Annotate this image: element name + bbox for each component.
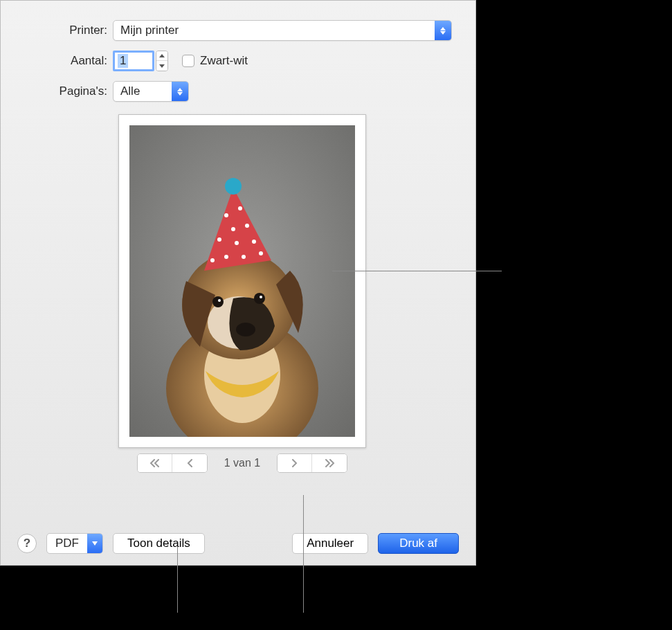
copies-stepper[interactable]: [156, 51, 168, 71]
preview-page: [118, 114, 366, 448]
pdf-label: PDF: [47, 537, 87, 550]
printer-row: Printer: Mijn printer: [1, 20, 475, 41]
prev-page-button[interactable]: [172, 454, 207, 472]
next-page-button[interactable]: [278, 454, 312, 472]
pdf-menu-button[interactable]: PDF: [46, 533, 103, 554]
svg-point-9: [260, 296, 262, 298]
svg-point-18: [224, 255, 228, 259]
svg-point-21: [210, 258, 215, 262]
updown-arrows-icon: [435, 21, 451, 40]
dropdown-arrow-icon: [87, 534, 102, 553]
stepper-up-button[interactable]: [156, 51, 167, 61]
pager-back-group: [137, 453, 208, 473]
preview-area: 1 van 1: [118, 114, 366, 473]
pages-selected-value: Alle: [113, 84, 147, 98]
last-page-button[interactable]: [312, 454, 347, 472]
svg-point-5: [236, 323, 255, 336]
pages-row: Pagina's: Alle: [1, 81, 475, 102]
blackwhite-label: Zwart-wit: [200, 54, 248, 68]
svg-point-22: [225, 178, 242, 195]
copies-input[interactable]: 1: [113, 51, 154, 71]
chevron-down-icon: [159, 64, 165, 68]
callout-line: [303, 495, 304, 613]
chevron-left-icon: [186, 459, 193, 467]
dialog-footer: ? PDF Toon details Annuleer Druk af: [1, 522, 475, 565]
copies-label: Aantal:: [1, 54, 113, 68]
print-dialog: Printer: Mijn printer Aantal: 1 Zwart-wi…: [0, 0, 476, 566]
svg-point-13: [231, 227, 235, 231]
svg-point-14: [245, 224, 249, 228]
chevron-right-icon: [291, 459, 298, 467]
show-details-button[interactable]: Toon details: [113, 533, 205, 554]
callout-line: [332, 271, 502, 271]
svg-point-6: [212, 296, 224, 307]
preview-image: [129, 125, 355, 437]
page-indicator: 1 van 1: [215, 457, 270, 469]
pages-label: Pagina's:: [1, 84, 113, 98]
svg-point-8: [218, 299, 221, 302]
chevron-up-icon: [159, 54, 165, 57]
copies-value: 1: [118, 54, 128, 68]
svg-point-11: [224, 213, 228, 217]
printer-selected-value: Mijn printer: [113, 24, 185, 37]
first-page-button[interactable]: [138, 454, 172, 472]
callout-line: [177, 547, 178, 613]
pager: 1 van 1: [118, 453, 366, 473]
double-chevron-right-icon: [324, 459, 335, 467]
svg-point-7: [254, 293, 265, 304]
svg-point-19: [242, 255, 246, 259]
updown-arrows-icon: [172, 82, 188, 101]
blackwhite-checkbox[interactable]: [182, 55, 194, 67]
svg-point-17: [252, 240, 256, 244]
stepper-down-button[interactable]: [156, 61, 167, 71]
pager-fwd-group: [277, 453, 347, 473]
double-chevron-left-icon: [149, 459, 161, 467]
printer-label: Printer:: [1, 24, 113, 37]
help-button[interactable]: ?: [17, 534, 37, 553]
printer-select[interactable]: Mijn printer: [113, 20, 452, 41]
svg-point-16: [235, 241, 239, 245]
svg-point-12: [238, 206, 242, 210]
copies-row: Aantal: 1 Zwart-wit: [1, 51, 475, 71]
print-button[interactable]: Druk af: [378, 533, 459, 554]
svg-point-20: [259, 251, 263, 255]
pages-select[interactable]: Alle: [113, 81, 189, 102]
svg-point-15: [217, 237, 221, 242]
